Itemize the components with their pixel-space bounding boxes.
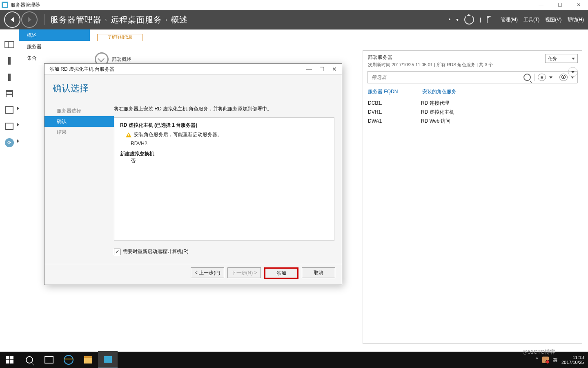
rail-role-1-icon[interactable] xyxy=(4,90,15,97)
dialog-note: 将在服务器上安装 RD 虚拟化主机 角色服务，并将此服务添加到部署中。 xyxy=(114,105,334,112)
breadcrumb-sep: › xyxy=(165,16,168,23)
side-nav-overview[interactable]: 概述 xyxy=(19,29,90,41)
breadcrumb-sep: › xyxy=(105,16,107,23)
chevron-down-icon xyxy=(549,76,552,79)
rail-rds-icon[interactable]: ⟳ xyxy=(4,139,15,146)
cell-role: RD Web 访问 xyxy=(421,118,450,125)
menu-help[interactable]: 帮助(H) xyxy=(567,16,584,23)
restart-checkbox-label: 需要时重新启动远程计算机(R) xyxy=(123,248,189,255)
checkbox-checked-icon[interactable]: ✓ xyxy=(114,249,120,255)
tray-overflow-icon[interactable]: ˄ xyxy=(536,357,538,363)
tasks-dropdown[interactable]: 任务 xyxy=(545,54,578,63)
col-role[interactable]: 安装的角色服务 xyxy=(422,88,457,95)
prev-button[interactable]: < 上一步(P) xyxy=(191,267,224,278)
search-icon[interactable] xyxy=(523,74,531,81)
notifications-icon[interactable] xyxy=(487,16,495,23)
header-vbar: | xyxy=(480,17,481,22)
breadcrumb-service[interactable]: 远程桌面服务 xyxy=(111,14,162,25)
menu-view[interactable]: 视图(V) xyxy=(545,16,561,23)
dialog-title: 添加 RD 虚拟化主机 台服务器 xyxy=(49,66,114,73)
taskbar-explorer[interactable] xyxy=(78,352,98,368)
tasks-label: 任务 xyxy=(548,56,557,62)
task-view-button[interactable] xyxy=(39,352,59,368)
clock-time: 11:13 xyxy=(572,355,584,360)
table-row[interactable]: DCB1. RD 连接代理 xyxy=(368,99,582,108)
table-header: 服务器 FQDN 安装的角色服务 xyxy=(368,88,582,95)
clock[interactable]: 11:13 2017/10/25 xyxy=(561,355,584,365)
arrow-right-icon xyxy=(28,17,31,22)
cell-role: RD 连接代理 xyxy=(421,100,449,107)
step-confirm[interactable]: 确认 xyxy=(45,116,114,127)
menu-manage[interactable]: 管理(M) xyxy=(501,16,518,23)
side-nav-servers[interactable]: 服务器 xyxy=(19,41,90,52)
rail-role-3-icon[interactable] xyxy=(4,123,15,130)
breadcrumb-root[interactable]: 服务器管理器 xyxy=(50,14,102,25)
tray-security-icon[interactable] xyxy=(542,357,549,363)
cell-fqdn: DCB1. xyxy=(368,100,392,106)
breadcrumb-page[interactable]: 概述 xyxy=(171,14,188,25)
learn-more-link[interactable]: 了解详细信息 xyxy=(97,34,143,41)
chevron-down-icon xyxy=(571,71,575,73)
server-table: DCB1. RD 连接代理 DVH1. RD 虚拟化主机 DWA1 RD Web… xyxy=(368,99,582,126)
save-query-icon[interactable]: ⦿ xyxy=(559,74,568,81)
wizard-content: 将在服务器上安装 RD 虚拟化主机 角色服务，并将此服务添加到部署中。 RD 虚… xyxy=(114,101,342,260)
filter-input[interactable] xyxy=(371,74,520,81)
watermark: @51CTO博客 xyxy=(522,348,555,356)
server-name: RDVH2. xyxy=(131,141,328,146)
deployment-servers-panel: 部署服务器 次刷新时间 2017/10/25 11:05:01 | 所有 RDS… xyxy=(363,50,582,344)
dialog-minimize[interactable]: — xyxy=(306,66,312,72)
arrow-left-icon xyxy=(11,17,14,22)
switch-header: 新建虚拟交换机 xyxy=(120,150,328,157)
header-bullet: • xyxy=(449,17,450,22)
switch-value: 否 xyxy=(131,157,328,164)
filter-row: ≡ ⦿ xyxy=(367,71,578,83)
step-result: 结果 xyxy=(45,127,114,137)
taskbar-server-manager[interactable] xyxy=(98,351,118,368)
rail-dashboard-icon[interactable] xyxy=(4,41,15,48)
table-row[interactable]: DVH1. RD 虚拟化主机 xyxy=(368,108,582,117)
dialog-titlebar: 添加 RD 虚拟化主机 台服务器 — ☐ ✕ xyxy=(45,64,342,75)
rail-role-2-icon[interactable] xyxy=(4,106,15,114)
wizard-steps: 服务器选择 确认 结果 xyxy=(45,101,114,260)
ie-icon xyxy=(64,355,74,365)
table-row[interactable]: DWA1 RD Web 访问 xyxy=(368,117,582,126)
menu-tools[interactable]: 工具(T) xyxy=(523,16,539,23)
server-manager-icon xyxy=(2,2,8,8)
ime-indicator[interactable]: 英 xyxy=(553,357,557,363)
search-icon xyxy=(26,356,33,364)
window-maximize[interactable]: ☐ xyxy=(550,0,569,10)
icon-rail: ⟳ xyxy=(0,29,19,352)
cell-fqdn: DVH1. xyxy=(368,109,392,115)
nav-back-button[interactable] xyxy=(4,11,20,28)
side-nav-collections[interactable]: 集合 xyxy=(19,52,90,64)
rail-all-servers-icon[interactable] xyxy=(4,74,15,81)
server-manager-icon xyxy=(104,356,112,363)
restart-checkbox-row[interactable]: ✓ 需要时重新启动远程计算机(R) xyxy=(114,248,334,255)
window-minimize[interactable]: — xyxy=(532,0,550,10)
taskbar-ie[interactable] xyxy=(59,352,78,368)
warn-row: 安装角色服务后，可能重新启动服务器。 xyxy=(126,131,328,138)
deployment-overview-title: 部署概述 xyxy=(112,56,131,63)
col-fqdn[interactable]: 服务器 FQDN xyxy=(368,88,398,95)
confirm-box: RD 虚拟化主机 (已选择 1 台服务器) 安装角色服务后，可能重新启动服务器。… xyxy=(114,117,334,241)
cell-fqdn: DWA1 xyxy=(368,118,392,124)
rail-local-server-icon[interactable] xyxy=(4,57,15,65)
app-titlebar: 服务器管理器 — ☐ ✕ xyxy=(0,0,588,10)
cancel-button[interactable]: 取消 xyxy=(302,267,335,278)
refresh-icon[interactable] xyxy=(464,15,474,25)
search-button[interactable] xyxy=(20,352,39,368)
header-bar: 服务器管理器 › 远程桌面服务 › 概述 • ▾ | 管理(M) 工具(T) 视… xyxy=(0,10,588,29)
window-close[interactable]: ✕ xyxy=(569,0,588,10)
header-caret[interactable]: ▾ xyxy=(456,17,459,22)
expand-panel-button[interactable] xyxy=(568,67,578,77)
add-button[interactable]: 添加 xyxy=(264,267,298,279)
nav-forward-button[interactable] xyxy=(21,11,38,28)
filter-options-icon[interactable]: ≡ xyxy=(538,74,546,81)
dialog-maximize[interactable]: ☐ xyxy=(319,66,325,72)
dialog-close[interactable]: ✕ xyxy=(332,66,337,72)
cell-role: RD 虚拟化主机 xyxy=(421,109,454,116)
warn-text: 安装角色服务后，可能重新启动服务器。 xyxy=(134,131,222,138)
start-button[interactable] xyxy=(0,352,20,368)
step-server-select[interactable]: 服务器选择 xyxy=(45,105,114,116)
system-tray: ˄ 英 11:13 2017/10/25 xyxy=(536,355,588,365)
